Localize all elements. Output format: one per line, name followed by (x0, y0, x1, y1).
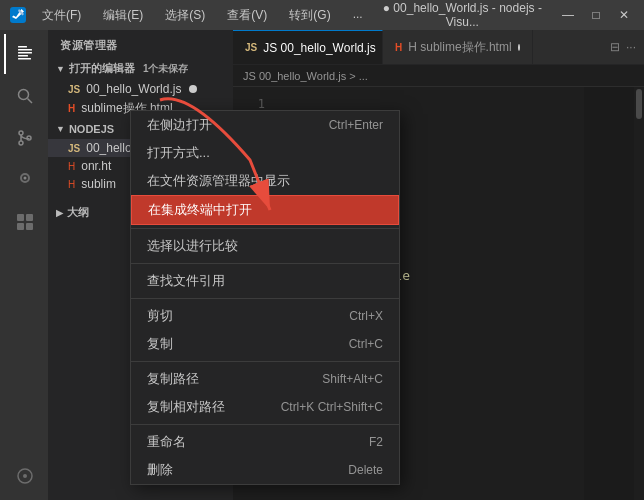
ctx-compare[interactable]: 选择以进行比较 (131, 232, 399, 260)
tab-js[interactable]: JS JS 00_hello_World.js (233, 30, 383, 64)
activity-debug[interactable] (4, 160, 44, 200)
open-file-js[interactable]: JS 00_hello_World.js (48, 80, 233, 98)
ctx-copy-shortcut: Ctrl+C (349, 337, 383, 351)
ctx-sep-2 (131, 263, 399, 264)
tab-js-icon: JS (245, 42, 257, 53)
svg-point-16 (23, 474, 27, 478)
ctx-open-terminal-label: 在集成终端中打开 (148, 201, 252, 219)
ctx-copy-rel-path[interactable]: 复制相对路径 Ctrl+K Ctrl+Shift+C (131, 393, 399, 421)
ctx-open-with[interactable]: 打开方式... (131, 139, 399, 167)
nodejs-file-2-name: onr.ht (81, 159, 111, 173)
close-button[interactable]: ✕ (614, 5, 634, 25)
title-bar: 文件(F) 编辑(E) 选择(S) 查看(V) 转到(G) ... ● 00_h… (0, 0, 644, 30)
unsaved-badge (189, 85, 197, 93)
outline-arrow: ▶ (56, 208, 63, 218)
ctx-copy[interactable]: 复制 Ctrl+C (131, 330, 399, 358)
svg-point-10 (24, 177, 27, 180)
open-editors-arrow: ▼ (56, 64, 65, 74)
open-file-js-name: 00_hello_World.js (86, 82, 181, 96)
ctx-copy-path[interactable]: 复制路径 Shift+Alt+C (131, 365, 399, 393)
menu-file[interactable]: 文件(F) (38, 5, 85, 26)
editor-scrollbar[interactable] (634, 87, 644, 500)
ctx-delete-shortcut: Delete (348, 463, 383, 477)
ctx-copy-path-label: 复制路径 (147, 370, 199, 388)
activity-explorer[interactable] (4, 34, 44, 74)
menu-more[interactable]: ... (349, 5, 367, 26)
js-icon: JS (68, 84, 80, 95)
svg-rect-12 (26, 214, 33, 221)
html-icon: H (68, 103, 75, 114)
ctx-copy-path-shortcut: Shift+Alt+C (322, 372, 383, 386)
tab-html-icon: H (395, 42, 402, 53)
minimap (584, 87, 634, 500)
ctx-show-explorer-label: 在文件资源管理器中显示 (147, 172, 290, 190)
ctx-rename-label: 重命名 (147, 433, 186, 451)
activity-remote[interactable] (4, 460, 44, 500)
tab-html[interactable]: H H sublime操作.html (383, 30, 533, 64)
split-editor-icon[interactable]: ⊟ (610, 40, 620, 54)
breadcrumb: JS 00_hello_World.js > ... (233, 65, 644, 87)
svg-rect-3 (18, 55, 28, 57)
tab-html-modified-dot (518, 44, 520, 51)
app-icon (10, 7, 26, 23)
svg-rect-13 (17, 223, 24, 230)
ctx-open-side[interactable]: 在侧边打开 Ctrl+Enter (131, 111, 399, 139)
ctx-sep-4 (131, 361, 399, 362)
maximize-button[interactable]: □ (586, 5, 606, 25)
ctx-open-with-label: 打开方式... (147, 144, 210, 162)
tab-spacer (533, 30, 602, 64)
html-icon-3: H (68, 179, 75, 190)
ctx-sep-1 (131, 228, 399, 229)
svg-rect-14 (26, 223, 33, 230)
js-icon-2: JS (68, 143, 80, 154)
svg-point-8 (19, 141, 23, 145)
svg-point-5 (19, 90, 29, 100)
ctx-find-refs[interactable]: 查找文件引用 (131, 267, 399, 295)
tab-html-name: H sublime操作.html (408, 39, 511, 56)
ctx-sep-5 (131, 424, 399, 425)
breadcrumb-text: JS 00_hello_World.js > ... (243, 70, 368, 82)
ctx-open-terminal[interactable]: 在集成终端中打开 (131, 195, 399, 225)
activity-search[interactable] (4, 76, 44, 116)
menu-goto[interactable]: 转到(G) (285, 5, 334, 26)
ctx-cut[interactable]: 剪切 Ctrl+X (131, 302, 399, 330)
sidebar-header: 资源管理器 (48, 30, 233, 57)
svg-rect-0 (18, 46, 27, 48)
svg-rect-2 (18, 52, 32, 54)
minimize-button[interactable]: — (558, 5, 578, 25)
window-controls[interactable]: — □ ✕ (558, 5, 634, 25)
ctx-open-side-label: 在侧边打开 (147, 116, 212, 134)
scrollbar-thumb[interactable] (636, 89, 642, 119)
tab-js-name: JS 00_hello_World.js (263, 41, 376, 55)
open-editors-badge: 1个未保存 (143, 62, 189, 76)
ctx-sep-3 (131, 298, 399, 299)
menu-edit[interactable]: 编辑(E) (99, 5, 147, 26)
ctx-copy-label: 复制 (147, 335, 173, 353)
open-editors-label: 打开的编辑器 (69, 61, 135, 76)
ctx-copy-rel-path-shortcut: Ctrl+K Ctrl+Shift+C (281, 400, 383, 414)
activity-extensions[interactable] (4, 202, 44, 242)
editor-layout-buttons: ⊟ ··· (602, 30, 644, 64)
ctx-copy-rel-path-label: 复制相对路径 (147, 398, 225, 416)
svg-rect-1 (18, 49, 32, 51)
nodejs-file-3-name: sublim (81, 177, 116, 191)
menu-view[interactable]: 查看(V) (223, 5, 271, 26)
activity-source-control[interactable] (4, 118, 44, 158)
ctx-cut-shortcut: Ctrl+X (349, 309, 383, 323)
ctx-delete[interactable]: 删除 Delete (131, 456, 399, 484)
ctx-rename-shortcut: F2 (369, 435, 383, 449)
outline-label: 大纲 (67, 205, 89, 220)
ctx-show-explorer[interactable]: 在文件资源管理器中显示 (131, 167, 399, 195)
html-icon-2: H (68, 161, 75, 172)
ctx-find-refs-label: 查找文件引用 (147, 272, 225, 290)
ctx-rename[interactable]: 重命名 F2 (131, 428, 399, 456)
ctx-open-side-shortcut: Ctrl+Enter (329, 118, 383, 132)
open-editors-section[interactable]: ▼ 打开的编辑器 1个未保存 (48, 57, 233, 80)
menu-select[interactable]: 选择(S) (161, 5, 209, 26)
activity-bar (0, 30, 48, 500)
menu-bar[interactable]: 文件(F) 编辑(E) 选择(S) 查看(V) 转到(G) ... (38, 5, 367, 26)
svg-line-6 (28, 99, 33, 104)
svg-rect-11 (17, 214, 24, 221)
more-actions-icon[interactable]: ··· (626, 40, 636, 54)
context-menu: 在侧边打开 Ctrl+Enter 打开方式... 在文件资源管理器中显示 在集成… (130, 110, 400, 485)
